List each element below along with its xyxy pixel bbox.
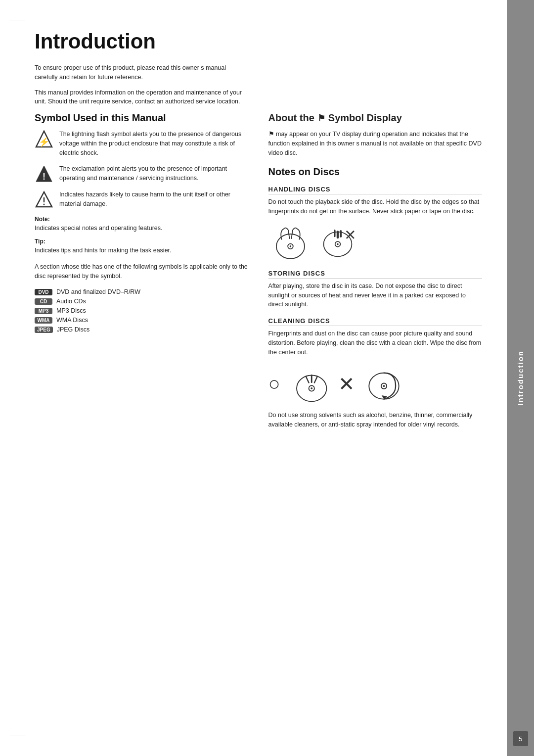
dvd-label: DVD and finalized DVD–R/RW (56, 288, 140, 295)
dvd-disc-row: DVD DVD and finalized DVD–R/RW (35, 288, 249, 295)
handling-disc-images (268, 222, 483, 262)
intro-paragraph-2: This manual provides information on the … (35, 88, 247, 107)
note-text: Indicates special notes and operating fe… (35, 224, 249, 233)
tip-label: Tip: (35, 238, 249, 245)
cleaning-discs-subtitle: CLEANING DISCS (268, 317, 483, 326)
page-title: Introduction (35, 30, 482, 53)
lightning-symbol-block: ⚡ The lightning flash symbol alerts you … (35, 130, 249, 157)
bad-disc-image (318, 222, 357, 262)
jpeg-disc-row: JPEG JPEG Discs (35, 326, 249, 333)
svg-point-17 (311, 387, 312, 389)
exclamation-symbol-block: ! The exclamation point alerts you to th… (35, 164, 249, 183)
svg-point-6 (44, 204, 45, 205)
handling-discs-text: Do not touch the playback side of the di… (268, 197, 483, 216)
cd-label: Audio CDs (56, 298, 86, 305)
wma-badge: WMA (35, 317, 52, 324)
triangle-icon (35, 190, 53, 209)
about-title-suffix: Symbol Display (328, 112, 402, 124)
disc-types-list: DVD DVD and finalized DVD–R/RW CD Audio … (35, 288, 249, 333)
bottom-text: Do not use strong solvents such as alcoh… (268, 411, 483, 429)
lightning-triangle-svg: ⚡ (35, 130, 53, 148)
ok-circle-mark: ○ (268, 373, 280, 395)
exclamation-symbol-text: The exclamation point alerts you to the … (59, 164, 249, 183)
about-section-text: ⚑ may appear on your TV display during o… (268, 130, 483, 157)
exclamation-icon: ! (35, 164, 53, 183)
tip-block: Tip: Indicates tips and hints for making… (35, 238, 249, 255)
wma-label: WMA Discs (56, 317, 88, 324)
cleaning-disc-images: ○ ✕ (268, 363, 483, 405)
handling-discs-subtitle: HANDLING DISCS (268, 186, 483, 194)
bottom-margin-line (10, 736, 25, 736)
tip-text: Indicates tips and hints for making the … (35, 246, 249, 255)
sidebar-label: Introduction (516, 350, 525, 405)
mp3-label: MP3 Discs (56, 307, 86, 314)
storing-discs-text: After playing, store the disc in its cas… (268, 282, 483, 309)
about-title-prefix: About the (268, 112, 314, 124)
svg-point-9 (289, 245, 291, 247)
svg-text:⚡: ⚡ (39, 137, 50, 147)
svg-point-20 (383, 385, 385, 387)
triangle-symbol-text: Indicates hazards likely to cause harm t… (59, 190, 249, 209)
left-column: Symbol Used in this Manual ⚡ The lightni… (35, 112, 249, 429)
cleaning-bad-disc (363, 363, 405, 405)
mp3-disc-row: MP3 MP3 Discs (35, 307, 249, 314)
sidebar-page-number: 5 (513, 731, 528, 746)
storing-discs-subtitle: STORING DISCS (268, 270, 483, 279)
dvd-badge: DVD (35, 289, 52, 295)
top-margin-line (10, 20, 25, 20)
intro-paragraph-1: To ensure proper use of this product, pl… (35, 63, 247, 82)
symbol-section-title: Symbol Used in this Manual (35, 112, 249, 124)
good-disc-image (268, 222, 308, 262)
jpeg-badge: JPEG (35, 327, 53, 333)
svg-text:!: ! (43, 172, 45, 182)
about-title-icon: ⚑ (317, 113, 325, 124)
cd-badge: CD (35, 298, 52, 305)
svg-point-12 (337, 243, 339, 245)
lightning-symbol-text: The lightning flash symbol alerts you to… (59, 130, 249, 157)
not-ok-cross-mark: ✕ (338, 373, 355, 395)
lightning-icon: ⚡ (35, 130, 53, 148)
cleaning-good-disc (288, 363, 330, 405)
notes-on-discs-title: Notes on Discs (268, 166, 483, 178)
jpeg-label: JPEG Discs (57, 326, 90, 333)
cleaning-discs-text: Fingerprints and dust on the disc can ca… (268, 329, 483, 357)
triangle-symbol-block: Indicates hazards likely to cause harm t… (35, 190, 249, 209)
about-section-title: About the ⚑ Symbol Display (268, 112, 483, 124)
right-column: About the ⚑ Symbol Display ⚑ may appear … (268, 112, 483, 429)
note-label: Note: (35, 216, 249, 223)
disc-section-text: A section whose title has one of the fol… (35, 262, 249, 281)
note-block: Note: Indicates special notes and operat… (35, 216, 249, 233)
triangle-svg (35, 190, 53, 208)
sidebar: Introduction 5 (507, 0, 534, 756)
wma-disc-row: WMA WMA Discs (35, 317, 249, 324)
mp3-badge: MP3 (35, 308, 52, 314)
exclamation-triangle-svg: ! (35, 165, 53, 183)
cd-disc-row: CD Audio CDs (35, 298, 249, 305)
